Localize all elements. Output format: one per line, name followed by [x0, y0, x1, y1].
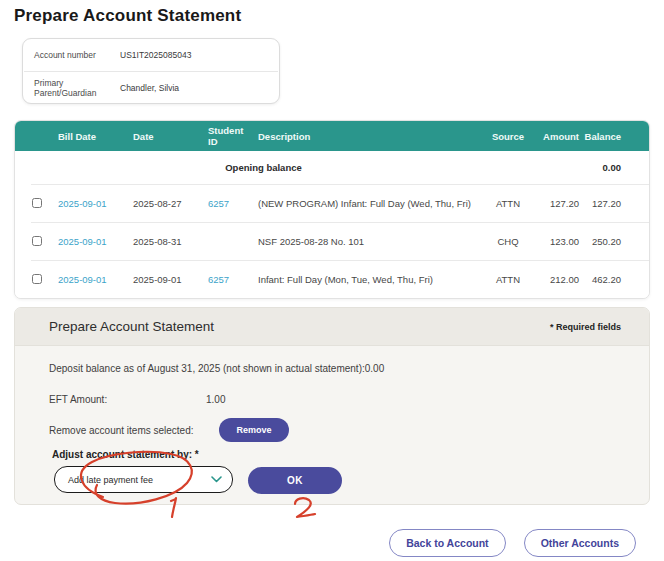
- table-row: 2025-09-01 2025-08-27 6257 (NEW PROGRAM)…: [15, 185, 649, 222]
- row-checkbox[interactable]: [32, 198, 42, 208]
- panel-header: Prepare Account Statement * Required fie…: [15, 308, 649, 346]
- selected-option-label: Add late payment fee: [68, 475, 153, 485]
- adjust-statement-select[interactable]: Add late payment fee: [54, 466, 233, 493]
- primary-parent-value: Chandler, Silvia: [120, 83, 179, 93]
- eft-amount-label: EFT Amount:: [49, 394, 107, 405]
- student-id-link[interactable]: 6257: [208, 274, 229, 285]
- table-header-row: Bill Date Date Student ID Description So…: [15, 121, 649, 151]
- col-header-bill-date: Bill Date: [51, 131, 127, 142]
- description-cell: Infant: Full Day (Mon, Tue, Wed, Thu, Fr…: [252, 274, 482, 285]
- col-header-student-id: Student ID: [202, 125, 252, 147]
- panel-body: Deposit balance as of August 31, 2025 (n…: [15, 346, 649, 505]
- eft-amount-value: 1.00: [206, 394, 225, 405]
- description-cell: (NEW PROGRAM) Infant: Full Day (Wed, Thu…: [252, 198, 482, 209]
- account-number-row: Account number US1IT2025085043: [23, 39, 279, 71]
- back-to-account-button[interactable]: Back to Account: [389, 529, 505, 557]
- account-number-value: US1IT2025085043: [120, 50, 191, 60]
- source-cell: ATTN: [482, 274, 534, 285]
- panel-title: Prepare Account Statement: [49, 319, 214, 334]
- row-checkbox[interactable]: [32, 274, 42, 284]
- col-header-amount: Amount: [534, 131, 584, 142]
- footer-actions: Back to Account Other Accounts: [389, 529, 636, 557]
- primary-parent-row: Primary Parent/Guardian Chandler, Silvia: [23, 72, 279, 104]
- account-number-label: Account number: [34, 50, 120, 60]
- source-cell: CHQ: [482, 236, 534, 247]
- date-cell: 2025-09-01: [127, 274, 202, 285]
- balance-cell: 250.20: [584, 236, 650, 247]
- opening-balance-value: 0.00: [584, 162, 650, 173]
- col-header-description: Description: [252, 131, 482, 142]
- description-cell: NSF 2025-08-28 No. 101: [252, 236, 482, 247]
- page: Prepare Account Statement Account number…: [0, 0, 664, 561]
- opening-balance-label: Opening balance: [15, 162, 482, 173]
- deposit-balance-text: Deposit balance as of August 31, 2025 (n…: [49, 363, 384, 374]
- remove-items-label: Remove account items selected:: [49, 425, 194, 436]
- date-cell: 2025-08-27: [127, 198, 202, 209]
- bill-date-link[interactable]: 2025-09-01: [58, 274, 107, 285]
- student-id-link[interactable]: 6257: [208, 198, 229, 209]
- balance-cell: 462.20: [584, 274, 650, 285]
- amount-cell: 127.20: [534, 198, 584, 209]
- amount-cell: 123.00: [534, 236, 584, 247]
- table-row: 2025-09-01 2025-08-31 NSF 2025-08-28 No.…: [15, 223, 649, 260]
- date-cell: 2025-08-31: [127, 236, 202, 247]
- source-cell: ATTN: [482, 198, 534, 209]
- page-title: Prepare Account Statement: [14, 6, 241, 26]
- ok-button[interactable]: OK: [248, 467, 342, 494]
- chevron-down-icon: [211, 476, 222, 483]
- prepare-statement-panel: Prepare Account Statement * Required fie…: [14, 307, 650, 505]
- statement-table: Bill Date Date Student ID Description So…: [14, 120, 650, 299]
- row-checkbox[interactable]: [32, 236, 42, 246]
- other-accounts-button[interactable]: Other Accounts: [524, 529, 636, 557]
- bill-date-link[interactable]: 2025-09-01: [58, 198, 107, 209]
- opening-balance-row: Opening balance 0.00: [15, 151, 649, 184]
- table-row: 2025-09-01 2025-09-01 6257 Infant: Full …: [15, 261, 649, 298]
- adjust-statement-label: Adjust account statement by: *: [52, 449, 199, 460]
- remove-button[interactable]: Remove: [219, 418, 289, 442]
- amount-cell: 212.00: [534, 274, 584, 285]
- col-header-balance: Balance: [584, 131, 650, 142]
- col-header-source: Source: [482, 131, 534, 142]
- col-header-date: Date: [127, 131, 202, 142]
- balance-cell: 127.20: [584, 198, 650, 209]
- bill-date-link[interactable]: 2025-09-01: [58, 236, 107, 247]
- primary-parent-label: Primary Parent/Guardian: [34, 78, 120, 98]
- account-info-card: Account number US1IT2025085043 Primary P…: [22, 38, 280, 104]
- required-fields-note: * Required fields: [550, 322, 621, 332]
